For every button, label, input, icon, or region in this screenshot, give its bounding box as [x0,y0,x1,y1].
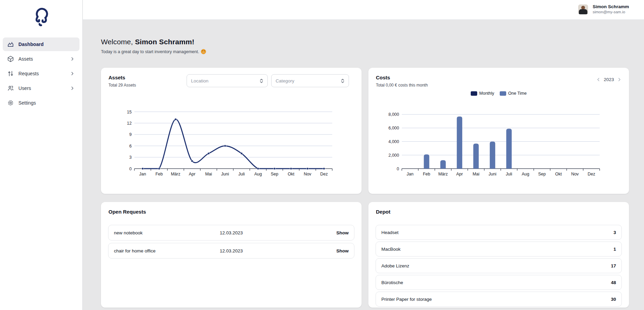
svg-text:Nov: Nov [571,172,579,176]
app-logo[interactable] [0,0,82,28]
grinning-face-emoji-icon [201,49,206,54]
svg-text:Juni: Juni [221,172,229,176]
chevron-right-icon [70,86,75,91]
request-row: new notebook12.03.2023Show [108,225,354,241]
topbar: Simon Schramm simon@my-sam.io [83,0,644,20]
sidebar-item-label: Users [18,86,70,91]
depot-row[interactable]: Headset3 [376,225,622,240]
depot-list: Headset3MacBook1Adobe Lizenz17Bürotische… [376,225,622,308]
gear-icon [7,99,14,106]
costs-total-label: Total 0,00 € costs this month [376,83,428,88]
page-title: Welcome, Simon Schramm! [101,38,206,46]
request-name: new notebook [114,230,143,235]
svg-text:0: 0 [397,167,399,171]
user-avatar [578,4,588,14]
svg-text:6,000: 6,000 [389,126,399,130]
depot-card: Depot Headset3MacBook1Adobe Lizenz17Büro… [368,202,629,308]
svg-text:2,000: 2,000 [389,153,399,158]
assets-line-chart: 03691215JanFebMärzAprMaiJuniJuliAugSepOk… [119,107,334,180]
depot-row[interactable]: Adobe Lizenz17 [376,258,622,273]
depot-item-count: 1 [613,247,616,252]
location-select[interactable]: Location [187,74,268,87]
sidebar-item-assets[interactable]: Assets [3,52,79,66]
depot-item-name: MacBook [381,247,400,252]
svg-text:Aug: Aug [254,172,262,176]
welcome-block: Welcome, Simon Schramm! Today is a great… [101,38,206,54]
open-requests-title: Open Requests [108,209,146,215]
svg-text:12: 12 [127,121,132,126]
svg-text:Sep: Sep [271,172,278,176]
sidebar-item-label: Settings [18,100,70,106]
octopus-logo-icon [31,5,52,28]
costs-card: Costs Total 0,00 € costs this month 2023… [368,68,629,194]
svg-text:3: 3 [129,155,132,160]
sidebar-item-label: Requests [18,71,70,76]
open-requests-card: Open Requests new notebook12.03.2023Show… [101,202,362,308]
year-label: 2023 [604,77,614,82]
svg-text:Nov: Nov [304,172,311,176]
svg-text:Sep: Sep [538,172,546,176]
sidebar-item-users[interactable]: Users [3,81,79,95]
svg-text:Juli: Juli [238,172,245,176]
chevron-right-icon [70,57,75,61]
svg-text:8,000: 8,000 [389,112,399,117]
depot-row[interactable]: MacBook1 [376,242,622,257]
depot-row[interactable]: Bürotische48 [376,275,622,290]
svg-text:Okt: Okt [555,172,562,176]
depot-item-count: 48 [611,280,616,285]
chevron-up-down-icon [340,78,345,84]
one-time-swatch-icon [500,91,506,96]
svg-text:Mai: Mai [205,172,212,176]
svg-text:März: März [171,172,180,176]
svg-text:Jan: Jan [139,172,146,176]
svg-text:Aug: Aug [522,172,529,176]
depot-item-count: 17 [611,263,616,268]
chevron-up-down-icon [259,78,264,84]
depot-row[interactable]: Printer Paper for storage30 [376,292,622,307]
sidebar-item-requests[interactable]: Requests [3,67,79,80]
svg-text:Dez: Dez [588,172,595,176]
legend-item-one-time: One Time [500,91,527,96]
depot-item-count: 30 [611,297,616,302]
next-year-button[interactable] [617,77,621,82]
svg-text:0: 0 [129,167,132,171]
sidebar-item-label: Assets [18,56,70,62]
sidebar-item-dashboard[interactable]: Dashboard [3,37,79,51]
user-menu[interactable]: Simon Schramm simon@my-sam.io [578,4,629,15]
dashboard-chart-icon [7,41,14,48]
svg-text:Feb: Feb [423,172,430,176]
request-name: chair for home office [114,248,156,253]
assets-total-label: Total 29 Assets [108,83,136,88]
category-select[interactable]: Category [271,74,349,87]
monthly-swatch-icon [471,91,477,96]
user-group-icon [7,85,14,92]
depot-item-count: 3 [613,230,616,235]
page-subtitle: Today is a great day to start inventory … [101,49,206,54]
show-request-button[interactable]: Show [336,248,349,253]
request-row: chair for home office12.03.2023Show [108,243,354,259]
previous-year-button[interactable] [596,77,601,82]
sidebar-item-settings[interactable]: Settings [3,96,79,110]
request-date: 12.03.2023 [108,230,354,235]
cube-icon [7,56,14,62]
show-request-button[interactable]: Show [336,230,349,235]
svg-text:Okt: Okt [288,172,294,176]
svg-text:März: März [438,172,448,176]
open-requests-list: new notebook12.03.2023Showchair for home… [108,225,354,261]
arrows-up-down-icon [7,70,14,77]
depot-item-name: Bürotische [381,280,403,285]
svg-text:Jan: Jan [407,172,413,176]
svg-text:Apr: Apr [456,172,463,176]
svg-text:6: 6 [129,144,132,149]
costs-card-title: Costs [376,75,390,80]
main-content: Welcome, Simon Schramm! Today is a great… [83,20,644,310]
svg-text:9: 9 [129,132,132,137]
sidebar: DashboardAssetsRequestsUsersSettings [0,0,83,310]
depot-item-name: Headset [381,230,398,235]
depot-item-name: Adobe Lizenz [381,263,409,268]
year-navigator: 2023 [596,77,621,82]
svg-text:Apr: Apr [189,172,195,176]
svg-text:Juni: Juni [488,172,496,176]
chevron-right-icon [70,71,75,76]
sidebar-nav: DashboardAssetsRequestsUsersSettings [0,37,82,110]
